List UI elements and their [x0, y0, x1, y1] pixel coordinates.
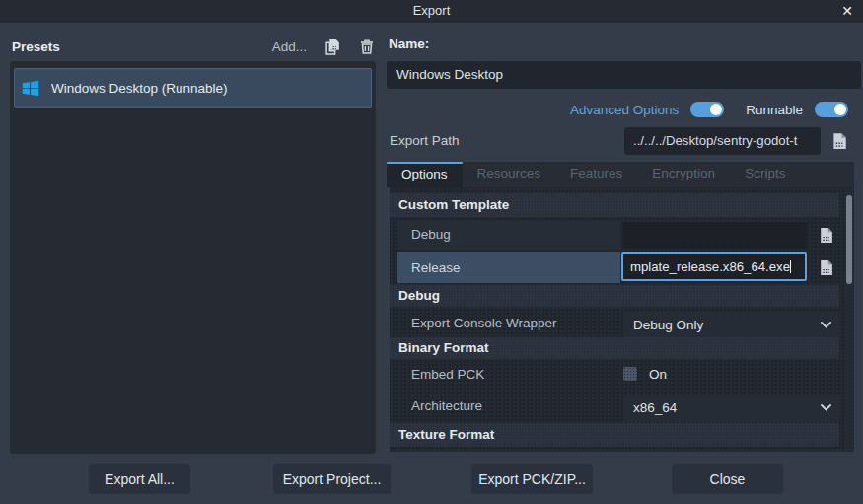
embed-pck-value: On	[649, 367, 667, 382]
release-input-text: mplate_release.x86_64.exe	[630, 259, 790, 274]
tab-resources[interactable]: Resources	[463, 162, 556, 187]
tab-scripts[interactable]: Scripts	[730, 162, 800, 187]
name-label: Name:	[389, 36, 429, 51]
debug-browse-file-icon[interactable]	[815, 224, 836, 246]
custom-template-debug-input[interactable]	[623, 222, 807, 249]
tab-options[interactable]: Options	[387, 162, 463, 187]
export-path-browse-file-icon[interactable]	[827, 129, 852, 153]
tab-features[interactable]: Features	[555, 162, 637, 187]
text-caret	[790, 260, 791, 273]
chevron-down-icon	[821, 404, 831, 411]
close-button[interactable]: Close	[672, 464, 783, 494]
windows-logo-icon	[22, 79, 39, 97]
console-wrapper-label: Export Console Wrapper	[411, 316, 557, 330]
tab-bar: Options Resources Features Encryption Sc…	[387, 162, 854, 187]
preset-item-label: Windows Desktop (Runnable)	[51, 81, 228, 96]
presets-title: Presets	[12, 39, 60, 54]
export-dialog: Export ✕ Presets Add...	[0, 0, 863, 504]
presets-actions: Add...	[272, 37, 376, 55]
add-preset-button[interactable]: Add...	[272, 39, 307, 54]
scrollbar-thumb[interactable]	[846, 195, 852, 284]
section-custom-template: Custom Template	[390, 193, 839, 217]
export-project-button[interactable]: Export Project...	[273, 464, 391, 494]
runnable-toggle[interactable]	[815, 102, 848, 117]
console-wrapper-dropdown[interactable]: Debug Only	[623, 312, 840, 338]
export-path-label: Export Path	[390, 133, 460, 148]
presets-header: Presets Add...	[12, 36, 376, 56]
preset-list: Windows Desktop (Runnable)	[10, 61, 376, 454]
tab-encryption[interactable]: Encryption	[637, 162, 730, 187]
chevron-down-icon	[821, 322, 831, 328]
advanced-options-toggle[interactable]	[690, 102, 724, 117]
custom-template-release-label: Release	[411, 260, 461, 275]
toggle-knob	[710, 104, 722, 115]
custom-template-debug-label: Debug	[411, 227, 451, 242]
options-scrollbar[interactable]	[845, 188, 853, 451]
section-texture-format: Texture Format	[390, 423, 839, 447]
embed-pck-checkbox[interactable]	[623, 367, 637, 381]
export-all-button[interactable]: Export All...	[89, 464, 190, 494]
export-pck-zip-button[interactable]: Export PCK/ZIP...	[471, 464, 593, 494]
options-panel: Custom Template Debug Release mplate_rel…	[390, 187, 854, 452]
name-input[interactable]: Windows Desktop	[387, 61, 861, 89]
export-path-input[interactable]: ../../../Desktop/sentry-godot-t	[624, 127, 821, 155]
dialog-titlebar: Export ✕	[0, 0, 863, 23]
release-browse-file-icon[interactable]	[815, 256, 836, 278]
dialog-title: Export	[0, 3, 863, 18]
custom-template-release-input[interactable]: mplate_release.x86_64.exe	[621, 252, 807, 281]
toggles-row: Advanced Options Runnable	[387, 98, 848, 121]
toggle-knob	[834, 104, 846, 115]
close-icon[interactable]: ✕	[838, 2, 856, 20]
delete-preset-icon[interactable]	[358, 37, 376, 55]
duplicate-preset-icon[interactable]	[324, 37, 341, 55]
runnable-label: Runnable	[746, 103, 803, 117]
console-wrapper-value: Debug Only	[623, 318, 703, 332]
preset-item-windows-desktop[interactable]: Windows Desktop (Runnable)	[14, 68, 372, 108]
section-binary-format: Binary Format	[390, 337, 839, 359]
architecture-value: x86_64	[623, 400, 677, 415]
advanced-options-label: Advanced Options	[570, 103, 679, 117]
architecture-label: Architecture	[411, 398, 482, 413]
section-debug: Debug	[390, 285, 839, 307]
embed-pck-label: Embed PCK	[411, 367, 484, 382]
architecture-dropdown[interactable]: x86_64	[623, 395, 840, 421]
